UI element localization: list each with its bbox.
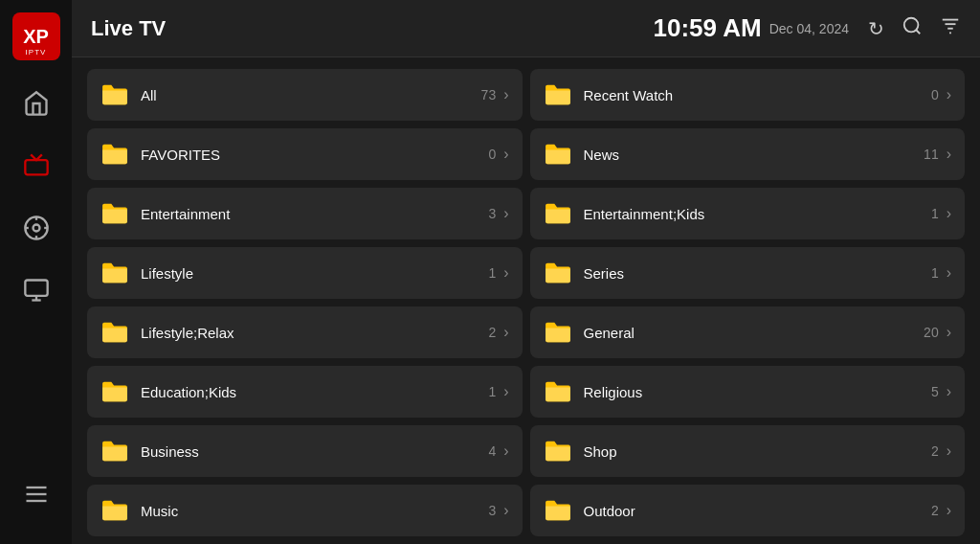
chevron-right-icon: ›	[503, 383, 508, 400]
chevron-right-icon: ›	[947, 324, 951, 341]
category-item[interactable]: Series 1 ›	[530, 247, 966, 299]
chevron-right-icon: ›	[947, 264, 951, 282]
category-count: 2	[931, 443, 939, 459]
folder-icon	[100, 143, 129, 166]
category-item[interactable]: General 20 ›	[530, 306, 966, 358]
category-count: 3	[488, 206, 496, 221]
sidebar-item-live-tv[interactable]	[0, 134, 72, 196]
category-item[interactable]: Entertainment 3 ›	[87, 188, 523, 239]
category-name: Shop	[584, 443, 931, 460]
category-name: Religious	[584, 384, 931, 400]
folder-icon	[100, 202, 129, 225]
sidebar: XP IPTV	[0, 0, 72, 544]
category-name: Entertainment;Kids	[584, 206, 931, 222]
category-name: Music	[141, 503, 488, 519]
category-item[interactable]: FAVORITES 0 ›	[87, 128, 523, 180]
category-count: 5	[931, 384, 939, 399]
chevron-right-icon: ›	[947, 442, 951, 460]
category-item[interactable]: Shop 2 ›	[530, 425, 966, 477]
category-count: 3	[488, 503, 496, 518]
category-item[interactable]: Music 3 ›	[87, 485, 523, 536]
folder-icon	[544, 380, 572, 403]
sidebar-item-movies[interactable]	[0, 196, 72, 259]
category-item[interactable]: Recent Watch 0 ›	[530, 69, 966, 121]
category-count: 73	[481, 87, 497, 102]
category-count: 1	[931, 206, 939, 221]
logo-subtext: IPTV	[26, 48, 47, 57]
category-item[interactable]: Entertainment;Kids 1 ›	[530, 188, 966, 239]
sidebar-item-home[interactable]	[0, 72, 72, 134]
category-name: News	[584, 147, 924, 163]
categories-grid: All 73 › Recent Watch 0 › FAVORITES 0 › …	[72, 57, 980, 544]
category-name: Lifestyle	[141, 265, 488, 282]
folder-icon	[544, 143, 572, 166]
category-item[interactable]: Business 4 ›	[87, 425, 523, 477]
chevron-right-icon: ›	[503, 324, 508, 341]
home-icon	[23, 90, 50, 117]
chevron-right-icon: ›	[947, 86, 951, 103]
logo-text: XP	[23, 27, 49, 46]
folder-icon	[544, 499, 572, 522]
svg-point-2	[33, 224, 39, 231]
category-count: 11	[924, 147, 939, 162]
category-name: Business	[141, 443, 488, 460]
category-count: 20	[924, 325, 939, 340]
category-name: Outdoor	[584, 503, 931, 519]
folder-icon	[100, 83, 129, 106]
header-actions: ↻	[868, 15, 961, 41]
category-item[interactable]: Outdoor 2 ›	[530, 485, 966, 536]
folder-icon	[100, 380, 129, 403]
category-name: Education;Kids	[141, 384, 488, 400]
page-title: Live TV	[91, 16, 654, 41]
category-item[interactable]: All 73 ›	[87, 69, 523, 121]
category-item[interactable]: Lifestyle;Relax 2 ›	[87, 306, 523, 358]
app-logo: XP IPTV	[10, 10, 62, 62]
category-item[interactable]: News 11 ›	[530, 128, 966, 180]
chevron-right-icon: ›	[503, 205, 508, 222]
category-name: General	[584, 325, 924, 341]
sidebar-item-menu[interactable]	[0, 463, 72, 525]
series-icon	[23, 277, 50, 304]
refresh-icon[interactable]: ↻	[868, 17, 884, 40]
header: Live TV 10:59 AM Dec 04, 2024 ↻	[72, 0, 980, 57]
chevron-right-icon: ›	[947, 205, 951, 222]
main-content: Live TV 10:59 AM Dec 04, 2024 ↻	[72, 0, 980, 544]
category-name: All	[141, 87, 481, 103]
menu-icon	[23, 481, 50, 508]
current-time: 10:59 AM	[654, 13, 762, 43]
filter-icon[interactable]	[940, 15, 961, 41]
category-count: 0	[488, 147, 496, 162]
current-date: Dec 04, 2024	[769, 21, 849, 36]
chevron-right-icon: ›	[503, 146, 508, 163]
chevron-right-icon: ›	[503, 442, 508, 460]
category-count: 1	[931, 265, 939, 281]
svg-rect-7	[25, 280, 47, 295]
movies-icon	[23, 215, 50, 241]
chevron-right-icon: ›	[947, 146, 951, 163]
category-item[interactable]: Education;Kids 1 ›	[87, 366, 523, 418]
svg-line-14	[916, 30, 920, 34]
sidebar-item-series[interactable]	[0, 259, 72, 321]
folder-icon	[544, 440, 572, 463]
category-count: 0	[931, 87, 939, 102]
category-name: Recent Watch	[584, 87, 931, 103]
category-name: Series	[584, 265, 931, 282]
category-name: FAVORITES	[141, 147, 488, 163]
folder-icon	[544, 83, 572, 106]
chevron-right-icon: ›	[503, 86, 508, 103]
category-count: 2	[931, 503, 939, 518]
chevron-right-icon: ›	[503, 502, 508, 519]
chevron-right-icon: ›	[947, 383, 951, 400]
search-icon[interactable]	[902, 15, 923, 41]
category-count: 1	[488, 265, 496, 281]
category-name: Entertainment	[141, 206, 488, 222]
live-tv-icon	[23, 152, 50, 179]
chevron-right-icon: ›	[947, 502, 951, 519]
category-item[interactable]: Lifestyle 1 ›	[87, 247, 523, 299]
svg-point-13	[904, 18, 919, 33]
folder-icon	[100, 321, 129, 344]
category-count: 4	[488, 443, 496, 459]
category-count: 2	[488, 325, 496, 340]
folder-icon	[544, 321, 572, 344]
category-item[interactable]: Religious 5 ›	[530, 366, 966, 418]
